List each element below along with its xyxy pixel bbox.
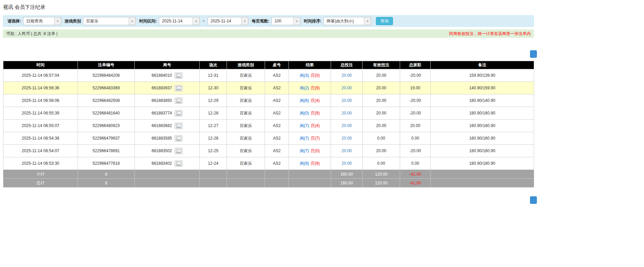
table-row: 2025-11-14 06:53:30522966477618661883402…: [3, 157, 534, 170]
payout-cell: -20.00: [400, 145, 431, 157]
round-preview-icon[interactable]: [175, 110, 183, 117]
total-cell-7: 160.00: [331, 179, 363, 188]
result-player: 闲(0): [300, 111, 309, 115]
query-type-select[interactable]: 日期查询 ▼: [23, 17, 61, 25]
table-no-cell: AS2: [265, 82, 289, 94]
column-header: 总派彩: [400, 61, 431, 69]
game-type-cell: 百家乐: [227, 157, 265, 170]
table-no-cell: AS2: [265, 94, 289, 107]
table-header-row: 时间注单编号局号场次游戏类别桌号结果总投注有效投注总派彩备注: [3, 61, 534, 69]
game-type-cell: 百家乐: [227, 107, 265, 120]
round-preview-icon[interactable]: [175, 135, 183, 142]
total-cell-10: [431, 179, 534, 188]
result-banker: 庄(4): [311, 123, 320, 128]
subtotal-cell-6: [289, 170, 331, 179]
result-banker: 庄(9): [311, 161, 320, 166]
summary-notice: 同局有效投注，统一计算在该局第一张注单内: [449, 31, 531, 37]
game-type-label: 游戏类别: [65, 18, 81, 24]
date-from-value: 2025-11-14: [159, 17, 193, 25]
result-cell: 闲(6)庄(4): [289, 94, 331, 107]
round-cell: 661883585: [135, 132, 200, 145]
table-row: 2025-11-14 06:56:36522966483369661883937…: [3, 82, 534, 94]
total-bet-link[interactable]: 20.00: [342, 148, 352, 153]
chevron-down-icon[interactable]: ▼: [129, 17, 135, 25]
chevron-down-icon[interactable]: ▼: [364, 17, 371, 25]
result-player: 闲(9): [300, 161, 309, 166]
round-preview-icon[interactable]: [175, 97, 183, 104]
sort-label: 时间排序:: [304, 18, 321, 24]
valid-bet-cell: 20.00: [363, 69, 400, 82]
query-type-label: 请选择:: [7, 18, 21, 24]
total-cell-8: 120.00: [363, 179, 400, 188]
total-bet-link[interactable]: 20.00: [342, 161, 352, 166]
date-range-tilde: ~: [202, 19, 205, 23]
chevron-down-icon[interactable]: ▼: [193, 17, 199, 25]
scroll-top-button[interactable]: [530, 50, 537, 58]
total-bet-link[interactable]: 20.00: [342, 73, 352, 78]
time-cell: 2025-11-14 06:56:36: [3, 82, 78, 94]
table-no-cell: AS2: [265, 145, 289, 157]
sort-select[interactable]: 降幂(由大到小) ▼: [324, 17, 371, 25]
bet-id-cell: 522966480623: [78, 120, 135, 132]
page-size-label: 每页笔数:: [252, 18, 269, 24]
subtotal-cell-8: 120.00: [363, 170, 400, 179]
column-header: 桌号: [265, 61, 289, 69]
date-from-select[interactable]: 2025-11-14 ▼: [159, 17, 200, 25]
round-preview-icon[interactable]: [175, 160, 183, 167]
search-button[interactable]: 查询: [376, 17, 393, 25]
round-preview-icon[interactable]: [175, 123, 183, 129]
total-bet-link[interactable]: 20.00: [342, 98, 352, 103]
table-no-cell: AS2: [265, 120, 289, 132]
scroll-bottom-button[interactable]: [530, 196, 537, 204]
filter-bar: 请选择: 日期查询 ▼ 游戏类别 百家乐 ▼ 时间区间: 2025-11-14 …: [3, 15, 534, 27]
total-cell-3: [200, 179, 227, 188]
table-row: 2025-11-14 06:55:39522966481640661883774…: [3, 107, 534, 120]
table-no-cell: AS2: [265, 132, 289, 145]
valid-bet-cell: 20.00: [363, 120, 400, 132]
game-type-select[interactable]: 百家乐 ▼: [83, 17, 136, 25]
game-type-cell: 百家乐: [227, 94, 265, 107]
valid-bet-cell: 20.00: [363, 82, 400, 94]
round-cell: 661883937: [135, 82, 200, 94]
result-cell: 闲(7)庄(7): [289, 132, 331, 145]
table-no-cell: AS2: [265, 107, 289, 120]
time-cell: 2025-11-14 06:57:04: [3, 69, 78, 82]
date-to-select[interactable]: 2025-11-14 ▼: [208, 17, 248, 25]
total-cell-4: [227, 179, 265, 188]
round-preview-icon[interactable]: [175, 72, 183, 79]
subtotal-cell-9: -41.00: [400, 170, 431, 179]
game-type-cell: 百家乐: [227, 69, 265, 82]
total-bet-link[interactable]: 20.00: [342, 86, 352, 90]
page-size-select[interactable]: 100 ▼: [271, 17, 300, 25]
payout-cell: 19.00: [400, 82, 431, 94]
subtotal-cell-3: [200, 170, 227, 179]
total-bet-link[interactable]: 20.00: [342, 111, 352, 115]
total-bet-link[interactable]: 20.00: [342, 136, 352, 141]
table-no-cell: AS2: [265, 69, 289, 82]
game-type-value: 百家乐: [83, 17, 129, 25]
result-banker: 庄(0): [311, 73, 320, 78]
result-banker: 庄(0): [311, 148, 320, 153]
session-cell: 12-29: [200, 94, 227, 107]
round-number: 661884010: [151, 73, 172, 77]
subtotal-cell-10: [431, 170, 534, 179]
subtotal-cell-7: 160.00: [331, 170, 363, 179]
note-cell: 140.90/159.90: [431, 82, 534, 94]
session-cell: 12-24: [200, 157, 227, 170]
bet-id-cell: 522966479637: [78, 132, 135, 145]
round-preview-icon[interactable]: [175, 85, 183, 91]
column-header: 场次: [200, 61, 227, 69]
page-size-value: 100: [272, 17, 293, 25]
round-number: 661883585: [151, 136, 172, 140]
session-cell: 12-28: [200, 107, 227, 120]
note-cell: 180.90/160.90: [431, 145, 534, 157]
chevron-down-icon[interactable]: ▼: [241, 17, 248, 25]
column-header: 注单编号: [78, 61, 135, 69]
table-row: 2025-11-14 06:56:06522966482508661883850…: [3, 94, 534, 107]
round-preview-icon[interactable]: [175, 148, 183, 154]
subtotal-cell-1: 8: [78, 170, 135, 179]
chevron-down-icon[interactable]: ▼: [293, 17, 300, 25]
total-bet-link[interactable]: 20.00: [342, 123, 352, 128]
total-bet-cell: 20.00: [331, 120, 363, 132]
chevron-down-icon[interactable]: ▼: [54, 17, 61, 25]
